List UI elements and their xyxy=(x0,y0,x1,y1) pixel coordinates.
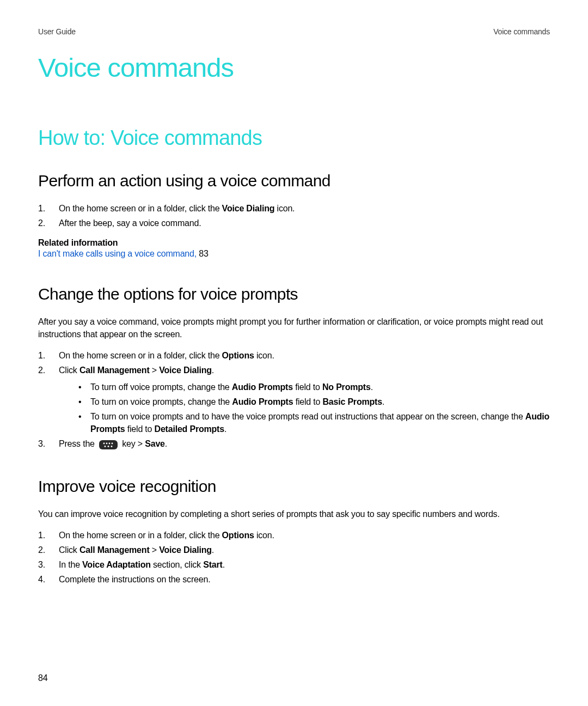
section-title: How to: Voice commands xyxy=(38,126,550,150)
list-item: To turn on voice prompts and to have the… xyxy=(59,410,550,435)
list-item: Click Call Management > Voice Dialing. T… xyxy=(38,364,550,436)
page-header: User Guide Voice commands xyxy=(38,27,550,36)
intro-improve-recognition: You can improve voice recognition by com… xyxy=(38,508,550,520)
svg-point-6 xyxy=(111,446,113,447)
list-item: In the Voice Adaptation section, click S… xyxy=(38,558,550,572)
header-right: Voice commands xyxy=(493,27,550,36)
list-item: On the home screen or in a folder, click… xyxy=(38,202,550,216)
page-number: 84 xyxy=(38,673,47,683)
svg-point-4 xyxy=(105,446,106,447)
svg-point-1 xyxy=(106,442,108,444)
intro-change-options: After you say a voice command, voice pro… xyxy=(38,315,550,340)
related-information-heading: Related information xyxy=(38,238,550,248)
steps-change-options: On the home screen or in a folder, click… xyxy=(38,349,550,451)
svg-point-3 xyxy=(112,442,113,444)
related-page: 83 xyxy=(199,249,208,258)
list-item: On the home screen or in a folder, click… xyxy=(38,529,550,543)
list-item: Complete the instructions on the screen. xyxy=(38,573,550,587)
list-item: Press the key > Save. xyxy=(38,437,550,451)
steps-perform-action: On the home screen or in a folder, click… xyxy=(38,202,550,230)
header-left: User Guide xyxy=(38,27,76,36)
list-item: To turn off voice prompts, change the Au… xyxy=(59,381,550,393)
svg-point-5 xyxy=(108,446,109,447)
list-item: After the beep, say a voice command. xyxy=(38,217,550,230)
list-item: Click Call Management > Voice Dialing. xyxy=(38,544,550,557)
menu-key-icon xyxy=(99,440,118,449)
bullets-change-options: To turn off voice prompts, change the Au… xyxy=(59,381,550,436)
list-item: To turn on voice prompts, change the Aud… xyxy=(59,395,550,408)
svg-point-0 xyxy=(103,442,105,444)
subsection-perform-action: Perform an action using a voice command xyxy=(38,172,550,190)
page-title: Voice commands xyxy=(38,52,550,83)
related-link-row: I can't make calls using a voice command… xyxy=(38,249,550,259)
list-item: On the home screen or in a folder, click… xyxy=(38,349,550,363)
steps-improve-recognition: On the home screen or in a folder, click… xyxy=(38,529,550,586)
related-link[interactable]: I can't make calls using a voice command… xyxy=(38,249,199,258)
subsection-change-options: Change the options for voice prompts xyxy=(38,285,550,303)
subsection-improve-recognition: Improve voice recognition xyxy=(38,477,550,496)
svg-point-2 xyxy=(109,442,111,444)
